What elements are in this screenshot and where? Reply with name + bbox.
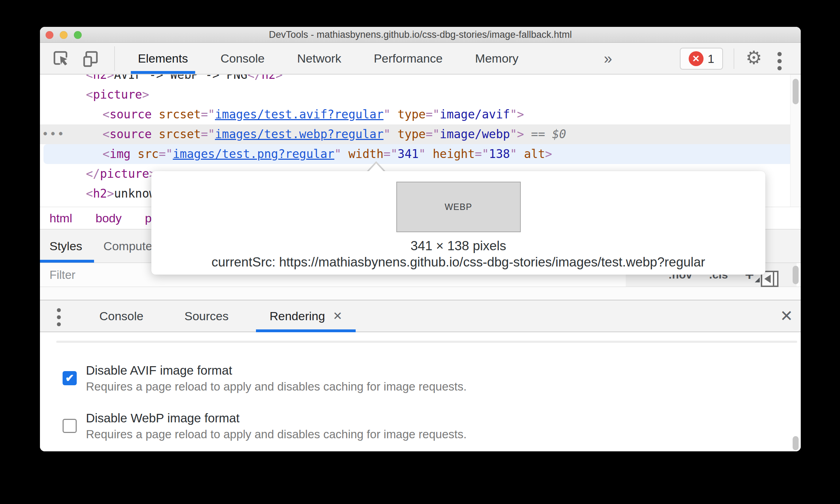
code-text [152, 107, 159, 121]
code-val: 341 [398, 147, 419, 161]
devtools-menu-icon[interactable] [777, 52, 782, 70]
image-dimensions: 341 × 138 pixels [151, 239, 765, 253]
option-label: Disable WebP image format [86, 410, 467, 426]
toolbar-divider [734, 48, 734, 69]
checked-checkbox[interactable]: ✔ [63, 371, 77, 385]
code-link[interactable]: images/test.avif?regular [215, 107, 384, 121]
drawer-tab-sources[interactable]: Sources [171, 300, 242, 332]
styles-pane-empty [40, 287, 801, 300]
device-toolbar-icon[interactable] [83, 51, 100, 69]
code-attr: type [398, 127, 426, 141]
code-punct: </ [247, 75, 262, 82]
rendering-option: ✔Disable AVIF image formatRequires a pag… [63, 363, 467, 394]
drawer-tab-rendering[interactable]: Rendering✕ [256, 300, 356, 332]
styles-scrollbar-thumb[interactable] [793, 266, 799, 284]
styles-active-underline [40, 260, 94, 263]
title-bar[interactable]: DevTools - mathiasbynens.github.io/css-d… [40, 27, 801, 43]
panel-tabs: ElementsConsoleNetworkPerformanceMemory [138, 43, 519, 74]
code-text [426, 147, 433, 161]
rendering-panel: ✔Disable AVIF image formatRequires a pag… [40, 332, 801, 451]
styles-tab-computed[interactable]: Computed [104, 239, 159, 253]
image-current-src: currentSrc: https://mathiasbynens.github… [151, 255, 765, 270]
rendering-option: Disable WebP image formatRequires a page… [63, 410, 467, 442]
dom-row[interactable]: <source srcset="images/test.avif?regular… [40, 105, 801, 124]
code-meta: == [524, 127, 552, 141]
code-tag: h2 [262, 75, 276, 82]
option-text: Disable AVIF image formatRequires a page… [86, 363, 467, 394]
code-punct: =" [426, 107, 440, 121]
code-tag: h2 [93, 187, 107, 200]
inspect-element-icon[interactable] [53, 51, 69, 68]
code-punct: < [103, 127, 110, 141]
elements-scrollbar-thumb[interactable] [793, 79, 799, 104]
code-attr: srcset [159, 107, 201, 121]
window-title: DevTools - mathiasbynens.github.io/css-d… [40, 27, 801, 43]
code-link[interactable]: images/test.png?regular [173, 147, 334, 161]
unchecked-checkbox[interactable] [63, 419, 77, 433]
code-text [391, 107, 398, 121]
breadcrumb-item-body[interactable]: body [95, 211, 122, 225]
code-punct: > [276, 75, 283, 82]
code-link[interactable]: images/test.webp?regular [215, 127, 384, 141]
code-punct: < [86, 187, 93, 200]
rendering-divider [56, 341, 797, 343]
new-rule-menu-corner-icon [755, 277, 760, 282]
option-text: Disable WebP image formatRequires a page… [86, 410, 467, 442]
drawer-scrollbar-thumb[interactable] [793, 436, 799, 450]
code-punct: " [419, 147, 426, 161]
code-val: 138 [489, 147, 510, 161]
code-attr: src [138, 147, 159, 161]
drawer-tab-console[interactable]: Console [86, 300, 157, 332]
option-label: Disable AVIF image format [86, 363, 467, 378]
code-text [517, 147, 524, 161]
code-attr: width [348, 147, 383, 161]
code-punct: =" [201, 127, 215, 141]
code-punct: =" [384, 147, 398, 161]
code-text [152, 127, 159, 141]
drawer-tab-label: Sources [185, 309, 229, 323]
code-tag: h2 [93, 75, 107, 82]
devtools-window: DevTools - mathiasbynens.github.io/css-d… [40, 27, 801, 451]
code-text [391, 127, 398, 141]
code-punct: > [142, 88, 149, 101]
code-punct: "> [510, 127, 524, 141]
styles-tab-styles[interactable]: Styles [49, 239, 82, 253]
tab-console[interactable]: Console [221, 43, 265, 74]
drawer-tab-label: Rendering [269, 309, 325, 323]
close-tab-icon[interactable]: ✕ [333, 309, 342, 323]
more-panels-icon[interactable]: » [604, 43, 612, 75]
drawer-menu-icon[interactable] [57, 308, 61, 326]
error-count: 1 [708, 52, 714, 66]
tab-elements[interactable]: Elements [138, 43, 188, 74]
error-count-badge[interactable]: ✕ 1 [680, 48, 723, 70]
drawer-tabbar: ConsoleSourcesRendering✕ ✕ [40, 300, 801, 332]
dom-row[interactable]: <picture> [40, 85, 801, 105]
settings-gear-icon[interactable]: ⚙ [746, 47, 762, 68]
code-val: image/webp [440, 127, 510, 141]
toolbar-divider [114, 46, 115, 71]
code-tag: img [110, 147, 131, 161]
dom-row[interactable]: <img src="images/test.png?regular" width… [43, 144, 801, 164]
breadcrumb-item-html[interactable]: html [49, 211, 72, 225]
code-tag: picture [93, 88, 142, 101]
code-text [130, 147, 138, 161]
code-attr: alt [524, 147, 545, 161]
code-text [342, 147, 349, 161]
dom-row[interactable]: •••<source srcset="images/test.webp?regu… [40, 124, 801, 144]
option-description: Requires a page reload to apply and disa… [86, 379, 467, 394]
close-drawer-icon[interactable]: ✕ [780, 307, 793, 325]
code-punct: =" [426, 127, 440, 141]
code-punct: " [384, 127, 391, 141]
drawer-tab-label: Console [99, 309, 144, 323]
tab-network[interactable]: Network [297, 43, 341, 74]
tab-memory[interactable]: Memory [475, 43, 519, 74]
tab-performance[interactable]: Performance [374, 43, 443, 74]
tooltip-arrow-icon [368, 163, 385, 172]
dom-row[interactable]: <h2>AVIF -> WebP -> PNG</h2> [40, 75, 801, 85]
option-description: Requires a page reload to apply and disa… [86, 427, 467, 442]
row-menu-dots-icon[interactable]: ••• [42, 124, 59, 144]
code-punct: < [103, 107, 110, 121]
code-punct: < [103, 147, 110, 161]
code-punct: " [510, 147, 517, 161]
code-punct: </ [86, 167, 100, 181]
